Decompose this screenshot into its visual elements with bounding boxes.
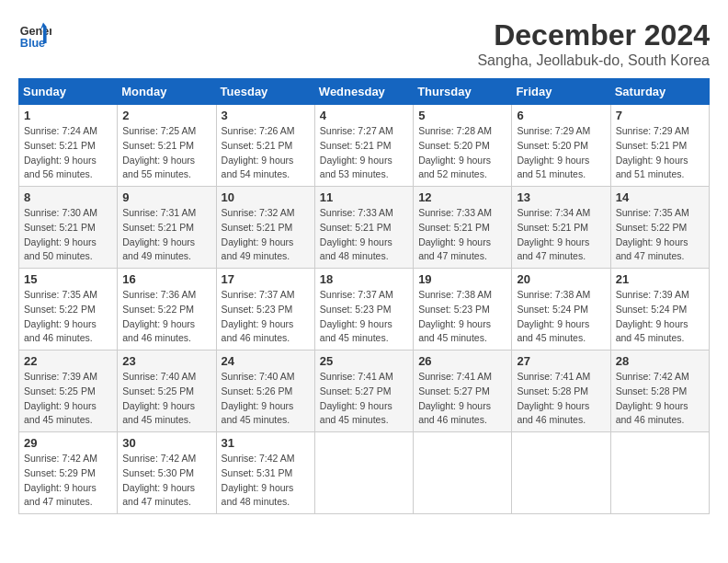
page-header: General Blue December 2024 Sangha, Jeoll… xyxy=(18,18,710,69)
calendar-day-cell: 16 Sunrise: 7:36 AM Sunset: 5:22 PM Dayl… xyxy=(118,269,216,350)
day-info: Sunrise: 7:34 AM Sunset: 5:21 PM Dayligh… xyxy=(517,206,605,264)
calendar-day-cell: 11 Sunrise: 7:33 AM Sunset: 5:21 PM Dayl… xyxy=(314,187,413,269)
day-number: 4 xyxy=(320,109,408,122)
day-info: Sunrise: 7:38 AM Sunset: 5:23 PM Dayligh… xyxy=(418,288,506,346)
day-info: Sunrise: 7:28 AM Sunset: 5:20 PM Dayligh… xyxy=(418,124,506,182)
calendar-day-cell: 3 Sunrise: 7:26 AM Sunset: 5:21 PM Dayli… xyxy=(216,105,314,187)
day-number: 29 xyxy=(24,436,112,450)
day-number: 27 xyxy=(517,354,605,368)
calendar-day-cell: 15 Sunrise: 7:35 AM Sunset: 5:22 PM Dayl… xyxy=(19,269,118,350)
calendar-header-row: SundayMondayTuesdayWednesdayThursdayFrid… xyxy=(19,79,710,105)
day-number: 20 xyxy=(517,272,605,286)
calendar-day-cell: 23 Sunrise: 7:40 AM Sunset: 5:25 PM Dayl… xyxy=(118,350,216,432)
day-number: 24 xyxy=(222,354,310,368)
logo-icon: General Blue xyxy=(18,18,51,52)
calendar-day-cell: 5 Sunrise: 7:28 AM Sunset: 5:20 PM Dayli… xyxy=(414,105,512,187)
calendar-week-row: 29 Sunrise: 7:42 AM Sunset: 5:29 PM Dayl… xyxy=(19,432,710,514)
day-number: 5 xyxy=(418,109,506,122)
day-number: 16 xyxy=(122,272,210,286)
day-info: Sunrise: 7:27 AM Sunset: 5:21 PM Dayligh… xyxy=(320,124,408,182)
title-block: December 2024 Sangha, Jeollabuk-do, Sout… xyxy=(477,18,710,69)
day-number: 2 xyxy=(122,109,210,122)
calendar-day-cell: 1 Sunrise: 7:24 AM Sunset: 5:21 PM Dayli… xyxy=(19,105,118,187)
day-info: Sunrise: 7:33 AM Sunset: 5:21 PM Dayligh… xyxy=(418,206,506,264)
day-number: 17 xyxy=(222,272,310,286)
day-info: Sunrise: 7:35 AM Sunset: 5:22 PM Dayligh… xyxy=(24,288,112,346)
calendar-day-cell: 28 Sunrise: 7:42 AM Sunset: 5:28 PM Dayl… xyxy=(610,350,709,432)
day-number: 6 xyxy=(517,109,605,122)
calendar-day-cell: 9 Sunrise: 7:31 AM Sunset: 5:21 PM Dayli… xyxy=(118,187,216,269)
day-info: Sunrise: 7:42 AM Sunset: 5:29 PM Dayligh… xyxy=(24,452,112,510)
calendar-day-cell: 27 Sunrise: 7:41 AM Sunset: 5:28 PM Dayl… xyxy=(512,350,610,432)
day-number: 25 xyxy=(320,354,408,368)
weekday-header: Friday xyxy=(512,79,610,105)
day-info: Sunrise: 7:39 AM Sunset: 5:24 PM Dayligh… xyxy=(616,288,704,346)
calendar-week-row: 22 Sunrise: 7:39 AM Sunset: 5:25 PM Dayl… xyxy=(19,350,710,432)
day-number: 21 xyxy=(616,272,704,286)
calendar-day-cell: 6 Sunrise: 7:29 AM Sunset: 5:20 PM Dayli… xyxy=(512,105,610,187)
day-number: 10 xyxy=(222,190,310,204)
calendar-week-row: 15 Sunrise: 7:35 AM Sunset: 5:22 PM Dayl… xyxy=(19,269,710,350)
day-info: Sunrise: 7:30 AM Sunset: 5:21 PM Dayligh… xyxy=(24,206,112,264)
location-subtitle: Sangha, Jeollabuk-do, South Korea xyxy=(477,52,710,69)
day-info: Sunrise: 7:25 AM Sunset: 5:21 PM Dayligh… xyxy=(122,124,210,182)
day-number: 8 xyxy=(24,190,112,204)
day-number: 3 xyxy=(222,109,310,122)
calendar-day-cell: 8 Sunrise: 7:30 AM Sunset: 5:21 PM Dayli… xyxy=(19,187,118,269)
logo: General Blue xyxy=(18,18,51,52)
day-info: Sunrise: 7:42 AM Sunset: 5:28 PM Dayligh… xyxy=(616,370,704,428)
calendar-day-cell: 30 Sunrise: 7:42 AM Sunset: 5:30 PM Dayl… xyxy=(118,432,216,514)
day-info: Sunrise: 7:41 AM Sunset: 5:27 PM Dayligh… xyxy=(320,370,408,428)
day-info: Sunrise: 7:41 AM Sunset: 5:27 PM Dayligh… xyxy=(418,370,506,428)
day-number: 12 xyxy=(418,190,506,204)
calendar-day-cell: 2 Sunrise: 7:25 AM Sunset: 5:21 PM Dayli… xyxy=(118,105,216,187)
calendar-day-cell xyxy=(414,432,512,514)
weekday-header: Saturday xyxy=(610,79,709,105)
day-number: 13 xyxy=(517,190,605,204)
calendar-day-cell xyxy=(610,432,709,514)
day-info: Sunrise: 7:36 AM Sunset: 5:22 PM Dayligh… xyxy=(122,288,210,346)
calendar-day-cell: 22 Sunrise: 7:39 AM Sunset: 5:25 PM Dayl… xyxy=(19,350,118,432)
day-number: 26 xyxy=(418,354,506,368)
calendar-day-cell: 31 Sunrise: 7:42 AM Sunset: 5:31 PM Dayl… xyxy=(216,432,314,514)
day-info: Sunrise: 7:40 AM Sunset: 5:25 PM Dayligh… xyxy=(122,370,210,428)
calendar-day-cell: 20 Sunrise: 7:38 AM Sunset: 5:24 PM Dayl… xyxy=(512,269,610,350)
day-info: Sunrise: 7:39 AM Sunset: 5:25 PM Dayligh… xyxy=(24,370,112,428)
day-number: 19 xyxy=(418,272,506,286)
day-info: Sunrise: 7:37 AM Sunset: 5:23 PM Dayligh… xyxy=(222,288,310,346)
day-number: 1 xyxy=(24,109,112,122)
day-number: 18 xyxy=(320,272,408,286)
day-info: Sunrise: 7:40 AM Sunset: 5:26 PM Dayligh… xyxy=(222,370,310,428)
calendar-day-cell: 25 Sunrise: 7:41 AM Sunset: 5:27 PM Dayl… xyxy=(314,350,413,432)
day-number: 31 xyxy=(222,436,310,450)
calendar-week-row: 1 Sunrise: 7:24 AM Sunset: 5:21 PM Dayli… xyxy=(19,105,710,187)
svg-text:Blue: Blue xyxy=(20,37,45,50)
day-info: Sunrise: 7:24 AM Sunset: 5:21 PM Dayligh… xyxy=(24,124,112,182)
day-number: 7 xyxy=(616,109,704,122)
calendar-day-cell xyxy=(314,432,413,514)
day-number: 22 xyxy=(24,354,112,368)
weekday-header: Tuesday xyxy=(216,79,314,105)
calendar-day-cell: 13 Sunrise: 7:34 AM Sunset: 5:21 PM Dayl… xyxy=(512,187,610,269)
day-number: 23 xyxy=(122,354,210,368)
day-info: Sunrise: 7:41 AM Sunset: 5:28 PM Dayligh… xyxy=(517,370,605,428)
calendar-day-cell: 7 Sunrise: 7:29 AM Sunset: 5:21 PM Dayli… xyxy=(610,105,709,187)
weekday-header: Thursday xyxy=(414,79,512,105)
calendar-week-row: 8 Sunrise: 7:30 AM Sunset: 5:21 PM Dayli… xyxy=(19,187,710,269)
day-info: Sunrise: 7:42 AM Sunset: 5:31 PM Dayligh… xyxy=(222,452,310,510)
day-info: Sunrise: 7:33 AM Sunset: 5:21 PM Dayligh… xyxy=(320,206,408,264)
day-info: Sunrise: 7:42 AM Sunset: 5:30 PM Dayligh… xyxy=(122,452,210,510)
weekday-header: Monday xyxy=(118,79,216,105)
day-info: Sunrise: 7:37 AM Sunset: 5:23 PM Dayligh… xyxy=(320,288,408,346)
calendar-table: SundayMondayTuesdayWednesdayThursdayFrid… xyxy=(18,78,710,514)
day-number: 15 xyxy=(24,272,112,286)
day-info: Sunrise: 7:35 AM Sunset: 5:22 PM Dayligh… xyxy=(616,206,704,264)
weekday-header: Wednesday xyxy=(314,79,413,105)
calendar-day-cell: 17 Sunrise: 7:37 AM Sunset: 5:23 PM Dayl… xyxy=(216,269,314,350)
day-number: 9 xyxy=(122,190,210,204)
day-info: Sunrise: 7:32 AM Sunset: 5:21 PM Dayligh… xyxy=(222,206,310,264)
calendar-day-cell: 26 Sunrise: 7:41 AM Sunset: 5:27 PM Dayl… xyxy=(414,350,512,432)
calendar-day-cell: 21 Sunrise: 7:39 AM Sunset: 5:24 PM Dayl… xyxy=(610,269,709,350)
calendar-day-cell: 18 Sunrise: 7:37 AM Sunset: 5:23 PM Dayl… xyxy=(314,269,413,350)
calendar-day-cell: 29 Sunrise: 7:42 AM Sunset: 5:29 PM Dayl… xyxy=(19,432,118,514)
